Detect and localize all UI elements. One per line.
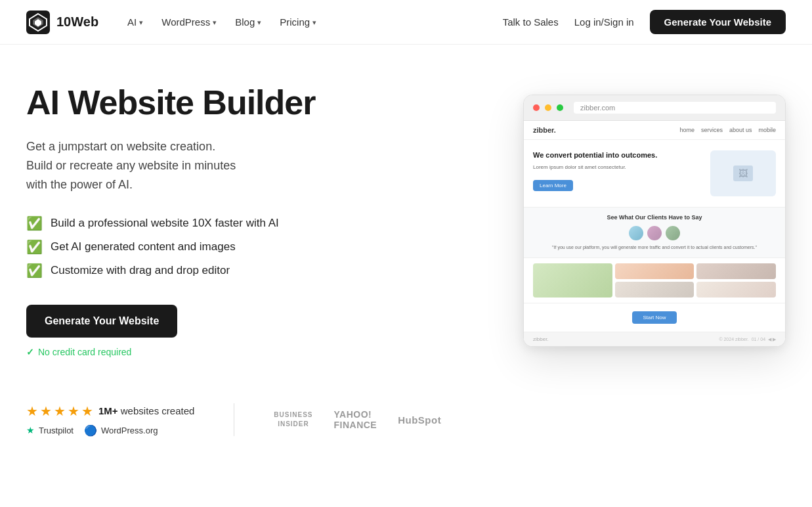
browser-dot-green — [557, 104, 563, 111]
feature-text-1: Build a professional website 10X faster … — [51, 217, 279, 230]
bottom-trust-section: ★ ★ ★ ★ ★ 1M+ websites created ★ Trustpi… — [0, 384, 812, 463]
websites-number: 1M+ — [98, 405, 118, 416]
mockup-learn-more: Learn More — [533, 180, 573, 191]
nav-link-pricing[interactable]: Pricing ▾ — [272, 11, 324, 33]
nav-left: 10Web AI ▾ WordPress ▾ Blog ▾ Pricing ▾ — [26, 11, 324, 34]
trustpilot-logo: ★ Trustpilot — [26, 425, 74, 435]
browser-dot-yellow — [545, 104, 551, 111]
hero-title: AI Website Builder — [26, 84, 315, 121]
browser-mockup: zibber.com zibber. home services about u… — [523, 95, 786, 347]
mockup-testimonials: See What Our Clients Have to Say "If you… — [524, 207, 785, 259]
mockup-avatars — [533, 226, 776, 240]
mockup-footer-bar: zibber. © 2024 zibber. 01 / 04 ◀ ▶ — [524, 332, 785, 346]
mockup-footer-right: © 2024 zibber. 01 / 04 ◀ ▶ — [719, 337, 776, 342]
mockup-nav-link-3: about us — [729, 127, 752, 133]
wordpress-logo: 🔵 WordPress.org — [84, 424, 158, 437]
nav-link-pricing-label: Pricing — [280, 16, 310, 28]
mockup-hero: We convert potential into outcomes. Lore… — [524, 140, 785, 207]
browser-url: zibber.com — [574, 102, 776, 114]
feature-text-3: Customize with drag and drop editor — [51, 264, 230, 277]
stars-row: ★ ★ ★ ★ ★ 1M+ websites created — [26, 403, 194, 419]
mockup-nav-links: home services about us mobile — [679, 127, 776, 133]
mockup-grid-img-2 — [615, 263, 694, 279]
nav-cta-button[interactable]: Generate Your Website — [650, 10, 786, 34]
star-3: ★ — [54, 403, 66, 419]
mockup-bottom-cta: Start Now — [524, 303, 785, 332]
mockup-nav-link-2: services — [701, 127, 723, 133]
mockup-footer-arrows: ◀ ▶ — [768, 337, 776, 342]
mockup-hero-text: We convert potential into outcomes. Lore… — [533, 150, 704, 196]
websites-suffix: websites created — [118, 405, 195, 416]
mockup-start-now-btn: Start Now — [632, 311, 676, 324]
section-divider — [234, 403, 234, 436]
websites-count: 1M+ websites created — [98, 405, 194, 416]
mockup-avatar-2 — [647, 226, 662, 240]
logo-text: 10Web — [56, 14, 98, 30]
nav-link-wordpress-label: WordPress — [161, 16, 210, 28]
mockup-hero-sub: Lorem ipsum dolor sit amet consectetur. — [533, 164, 704, 171]
logo[interactable]: 10Web — [26, 11, 98, 34]
nav-link-ai-label: AI — [127, 16, 137, 28]
chevron-down-icon: ▾ — [213, 18, 217, 27]
trustpilot-label: Trustpilot — [39, 426, 74, 435]
mockup-grid-img-3 — [615, 282, 694, 298]
hero-left: AI Website Builder Get a jumpstart on we… — [26, 84, 315, 357]
mockup-nav: zibber. home services about us mobile — [524, 121, 785, 140]
mockup-nav-link-4: mobile — [758, 127, 776, 133]
mockup-grid-img-4 — [696, 263, 776, 279]
wordpress-label: WordPress.org — [101, 426, 158, 435]
no-card-text: No credit card required — [26, 347, 315, 357]
chevron-down-icon: ▾ — [139, 18, 143, 27]
rating-section: ★ ★ ★ ★ ★ 1M+ websites created ★ Trustpi… — [26, 403, 194, 437]
talk-to-sales-link[interactable]: Talk to Sales — [503, 16, 559, 28]
hero-section: AI Website Builder Get a jumpstart on we… — [0, 45, 812, 384]
mockup-avatar-3 — [666, 226, 680, 240]
mockup-hero-image: 🖼 — [710, 150, 776, 196]
hero-right: zibber.com zibber. home services about u… — [523, 95, 786, 347]
feature-item-2: ✅ Get AI generated content and images — [26, 239, 315, 255]
mockup-grid-col-1 — [533, 263, 612, 298]
mockup-nav-link-1: home — [679, 127, 694, 133]
mockup-image-grid — [524, 258, 785, 303]
login-link[interactable]: Log in/Sign in — [574, 16, 634, 28]
mockup-logo: zibber. — [533, 126, 556, 134]
mockup-grid-col-2 — [615, 263, 694, 298]
chevron-down-icon: ▾ — [312, 18, 316, 27]
mockup-footer-left: zibber. — [533, 336, 549, 342]
hero-subtitle-line1: Get a jumpstart on website creation. — [26, 140, 215, 153]
star-1: ★ — [26, 403, 38, 419]
mockup-grid-img-5 — [696, 282, 776, 298]
hero-cta-button[interactable]: Generate Your Website — [26, 305, 177, 338]
browser-dot-red — [533, 104, 540, 111]
feature-text-2: Get AI generated content and images — [51, 240, 236, 254]
feature-item-1: ✅ Build a professional website 10X faste… — [26, 215, 315, 231]
check-icon-1: ✅ — [26, 215, 43, 231]
star-2: ★ — [40, 403, 52, 419]
brand-hubspot: HubSpot — [398, 414, 441, 426]
chevron-down-icon: ▾ — [257, 18, 261, 27]
trust-logos: ★ Trustpilot 🔵 WordPress.org — [26, 424, 194, 437]
mockup-hero-title: We convert potential into outcomes. — [533, 150, 704, 160]
check-icon-2: ✅ — [26, 239, 43, 255]
star-rating: ★ ★ ★ ★ ★ — [26, 403, 93, 419]
nav-links: AI ▾ WordPress ▾ Blog ▾ Pricing ▾ — [119, 11, 324, 33]
image-icon: 🖼 — [738, 168, 748, 179]
star-4: ★ — [68, 403, 79, 419]
mockup-grid-img-1 — [533, 263, 612, 298]
brand-business-insider: BUSINESSINSIDER — [274, 410, 312, 429]
nav-link-blog[interactable]: Blog ▾ — [227, 11, 269, 33]
wordpress-icon: 🔵 — [84, 424, 97, 437]
mockup-testimonials-title: See What Our Clients Have to Say — [533, 214, 776, 221]
mockup-footer-text: © 2024 zibber. — [719, 337, 748, 342]
hero-subtitle: Get a jumpstart on website creation. Bui… — [26, 137, 315, 194]
mockup-footer-page: 01 / 04 — [752, 337, 765, 342]
nav-link-ai[interactable]: AI ▾ — [119, 11, 151, 33]
trustpilot-icon: ★ — [26, 425, 35, 435]
brand-yahoo: YAHOO!FINANCE — [333, 409, 377, 430]
nav-link-wordpress[interactable]: WordPress ▾ — [154, 11, 224, 33]
nav-right: Talk to Sales Log in/Sign in Generate Yo… — [503, 10, 786, 34]
star-5: ★ — [81, 403, 93, 419]
mockup-avatar-1 — [629, 226, 643, 240]
hero-subtitle-line3: with the power of AI. — [26, 178, 133, 191]
nav-link-blog-label: Blog — [235, 16, 255, 28]
